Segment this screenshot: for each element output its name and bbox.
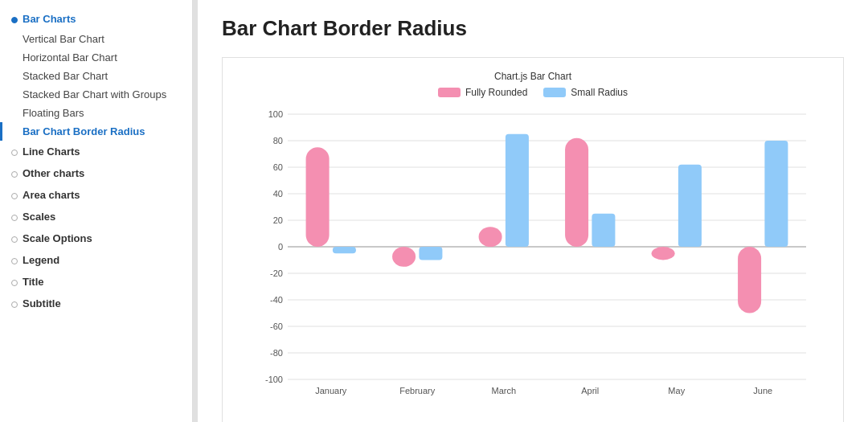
svg-rect-26 — [392, 247, 416, 267]
main-content: Bar Chart Border Radius Chart.js Bar Cha… — [198, 0, 868, 422]
sidebar-section-1[interactable]: Line Charts — [0, 141, 192, 162]
svg-text:0: 0 — [278, 242, 283, 252]
svg-text:-20: -20 — [270, 268, 283, 278]
svg-text:-100: -100 — [265, 375, 283, 384]
sidebar-item-0-0[interactable]: Vertical Bar Chart — [0, 30, 192, 48]
legend-color-pink — [438, 88, 461, 97]
svg-text:20: 20 — [273, 215, 283, 225]
svg-rect-39 — [764, 141, 788, 247]
svg-text:May: May — [668, 386, 685, 395]
page-title: Bar Chart Border Radius — [222, 16, 844, 41]
sidebar-item-0-5[interactable]: Bar Chart Border Radius — [0, 122, 192, 141]
chart-legend: Fully Rounded Small Radius — [235, 87, 830, 98]
sidebar-section-4[interactable]: Scales — [0, 206, 192, 227]
legend-item-pink: Fully Rounded — [438, 87, 527, 98]
svg-rect-23 — [306, 147, 330, 247]
svg-text:-80: -80 — [270, 348, 283, 358]
svg-text:80: 80 — [273, 136, 283, 145]
svg-rect-27 — [419, 247, 442, 260]
sidebar-section-3[interactable]: Area charts — [0, 184, 192, 206]
svg-text:June: June — [753, 386, 772, 395]
svg-rect-32 — [565, 138, 588, 247]
svg-text:March: March — [491, 386, 516, 395]
sidebar-section-7[interactable]: Title — [0, 271, 192, 293]
svg-text:40: 40 — [273, 189, 283, 199]
svg-rect-29 — [479, 227, 502, 247]
sidebar-section-5[interactable]: Scale Options — [0, 227, 192, 249]
svg-text:60: 60 — [273, 162, 283, 172]
svg-text:-60: -60 — [270, 322, 283, 331]
sidebar-item-0-2[interactable]: Stacked Bar Chart — [0, 67, 192, 85]
sidebar-section-0[interactable]: Bar Charts — [0, 8, 192, 30]
svg-rect-24 — [333, 247, 356, 253]
svg-text:January: January — [315, 386, 347, 395]
legend-color-blue — [543, 88, 566, 97]
sidebar-section-2[interactable]: Other charts — [0, 162, 192, 184]
bar-chart-svg: 100806040200-20-40-60-80-100JanuaryFebru… — [235, 106, 830, 412]
chart-container: Chart.js Bar Chart Fully Rounded Small R… — [222, 57, 844, 422]
sidebar-section-6[interactable]: Legend — [0, 249, 192, 271]
sidebar-item-0-3[interactable]: Stacked Bar Chart with Groups — [0, 85, 192, 104]
svg-text:April: April — [581, 386, 599, 395]
svg-text:-40: -40 — [270, 295, 283, 305]
svg-rect-30 — [506, 134, 529, 247]
chart-title: Chart.js Bar Chart — [235, 71, 830, 82]
svg-rect-38 — [738, 247, 761, 313]
svg-rect-36 — [678, 165, 702, 247]
sidebar-item-0-4[interactable]: Floating Bars — [0, 104, 192, 122]
svg-rect-35 — [652, 247, 675, 260]
chart-svg-wrap: 100806040200-20-40-60-80-100JanuaryFebru… — [235, 106, 830, 412]
svg-text:February: February — [399, 386, 436, 395]
sidebar-section-8[interactable]: Subtitle — [0, 293, 192, 314]
legend-item-blue: Small Radius — [543, 87, 628, 98]
legend-label-pink: Fully Rounded — [465, 87, 527, 98]
svg-rect-33 — [592, 214, 615, 247]
svg-text:100: 100 — [268, 109, 283, 119]
sidebar: Bar ChartsVertical Bar ChartHorizontal B… — [0, 0, 193, 422]
sidebar-item-0-1[interactable]: Horizontal Bar Chart — [0, 48, 192, 67]
legend-label-blue: Small Radius — [571, 87, 628, 98]
